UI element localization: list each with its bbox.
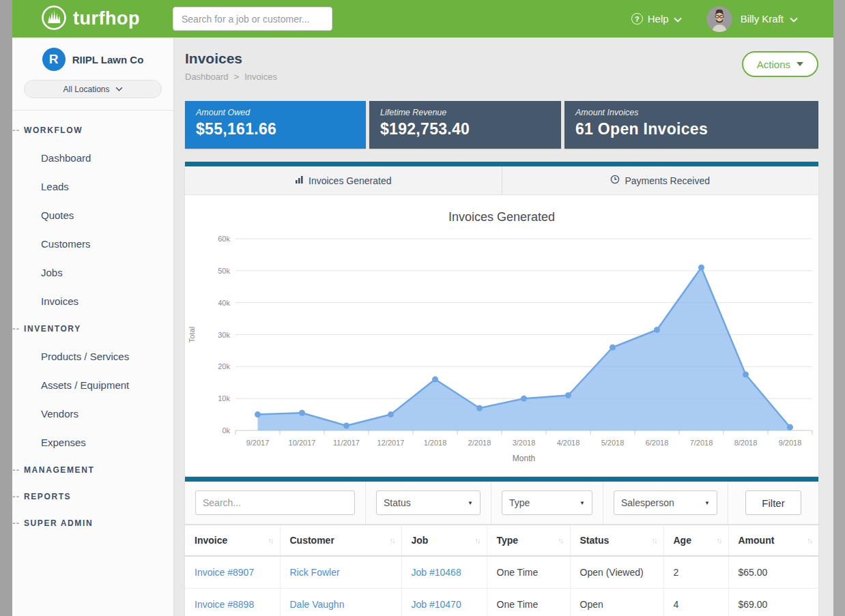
window-edge-right[interactable] <box>833 0 845 616</box>
column-label: Status <box>580 535 610 546</box>
sidebar-section-reports[interactable]: ---REPORTS <box>12 483 173 510</box>
sidebar-item-assets-equipment[interactable]: Assets / Equipment <box>12 370 173 399</box>
chart-point[interactable] <box>610 344 616 351</box>
sidebar-item-customers[interactable]: Customers <box>12 229 173 258</box>
chart-point[interactable] <box>255 411 261 417</box>
sidebar-item-invoices[interactable]: Invoices <box>12 287 173 315</box>
chart-point[interactable] <box>565 392 571 398</box>
type-select[interactable]: Type▼ <box>502 490 592 515</box>
sidebar-section-label: SUPER ADMIN <box>24 518 93 528</box>
chart-point[interactable] <box>654 327 660 333</box>
x-tick-label: 7/2018 <box>690 439 713 447</box>
column-header-age[interactable]: Age↑↓ <box>663 525 728 556</box>
column-header-customer[interactable]: Customer↑↓ <box>280 525 401 556</box>
user-avatar[interactable] <box>706 6 732 32</box>
clock-icon <box>610 175 620 186</box>
table-panel: Status▼ Type▼ Salesperson▼ Filter Invoic… <box>185 477 818 616</box>
tab-payments-received[interactable]: Payments Received <box>502 166 819 194</box>
sidebar-item-vendors[interactable]: Vendors <box>12 399 173 428</box>
brand-logo[interactable]: turfhop <box>41 5 140 33</box>
customer-link[interactable]: Dale Vaughn <box>290 599 345 610</box>
table-search-input[interactable] <box>195 490 355 515</box>
column-header-status[interactable]: Status↑↓ <box>570 525 663 556</box>
column-header-amount[interactable]: Amount↑↓ <box>728 525 818 556</box>
column-header-type[interactable]: Type↑↓ <box>487 525 570 556</box>
column-header-job[interactable]: Job↑↓ <box>401 525 487 556</box>
actions-button[interactable]: Actions <box>742 51 818 77</box>
stats-row: Amount Owed$55,161.66Lifetime Revenue$19… <box>185 101 818 149</box>
stat-card-lifetime-revenue: Lifetime Revenue$192,753.40 <box>369 101 561 149</box>
cell-type: One Time <box>487 556 570 589</box>
sidebar-item-jobs[interactable]: Jobs <box>12 258 173 287</box>
sort-icon[interactable]: ↑↓ <box>652 536 657 544</box>
sort-icon[interactable]: ↑↓ <box>717 536 721 544</box>
sidebar-item-expenses[interactable]: Expenses <box>12 428 173 456</box>
chart-point[interactable] <box>432 377 438 383</box>
stat-card-amount-invoices: Amount Invoices61 Open Invoices <box>564 101 818 149</box>
chart-point[interactable] <box>476 405 483 411</box>
customer-link[interactable]: Rick Fowler <box>290 567 340 578</box>
job-link[interactable]: Job #10468 <box>412 567 461 578</box>
cell-amount: $65.00 <box>728 556 818 589</box>
x-tick-label: 8/2018 <box>734 439 758 447</box>
caret-down-icon <box>797 62 803 66</box>
chart-point[interactable] <box>521 396 527 402</box>
sidebar-item-dashboard[interactable]: Dashboard <box>12 143 173 172</box>
tab-invoices-generated[interactable]: Invoices Generated <box>185 166 502 194</box>
sidebar-item-quotes[interactable]: Quotes <box>12 201 173 229</box>
global-search-input[interactable] <box>173 7 332 31</box>
help-label: Help <box>648 13 669 25</box>
x-tick-label: 5/2018 <box>601 439 625 447</box>
grass-circle-icon <box>41 5 67 33</box>
chart-point[interactable] <box>743 372 749 378</box>
location-selector-label: All Locations <box>63 85 109 94</box>
filter-row: Status▼ Type▼ Salesperson▼ Filter <box>185 482 818 525</box>
breadcrumb: Dashboard > Invoices <box>185 72 277 82</box>
column-label: Amount <box>739 535 775 546</box>
filter-status-cell: Status▼ <box>366 482 491 524</box>
chart-point[interactable] <box>698 265 704 271</box>
sidebar-section-super-admin[interactable]: ---SUPER ADMIN <box>12 510 173 536</box>
sort-icon[interactable]: ↑↓ <box>807 536 812 544</box>
sort-icon[interactable]: ↑↓ <box>475 536 480 544</box>
x-tick-label: 11/2017 <box>333 439 360 447</box>
filter-button-cell: Filter <box>728 482 818 524</box>
user-menu[interactable]: Billy Kraft <box>741 13 798 25</box>
chart-panel: Invoices GeneratedPayments Received Invo… <box>185 162 818 476</box>
breadcrumb-invoices[interactable]: Invoices <box>244 72 277 82</box>
column-header-invoice[interactable]: Invoice↑↓ <box>185 525 280 556</box>
cell-age: 2 <box>663 556 728 589</box>
sort-icon[interactable]: ↑↓ <box>390 536 395 544</box>
y-tick-label: 30k <box>218 331 230 339</box>
sort-icon[interactable]: ↑↓ <box>558 536 563 544</box>
chart-point[interactable] <box>388 411 394 417</box>
x-tick-label: 9/2018 <box>779 439 802 447</box>
sidebar-nav: ---WORKFLOWDashboardLeadsQuotesCustomers… <box>12 111 173 536</box>
chart-point[interactable] <box>787 424 793 430</box>
salesperson-select[interactable]: Salesperson▼ <box>614 490 717 515</box>
sidebar-section-inventory[interactable]: ---INVENTORY <box>12 315 173 342</box>
sidebar-item-leads[interactable]: Leads <box>12 172 173 201</box>
invoice-link[interactable]: Invoice #8907 <box>195 567 254 578</box>
job-link[interactable]: Job #10470 <box>412 599 461 610</box>
column-label: Age <box>674 535 691 546</box>
sidebar-section-workflow[interactable]: ---WORKFLOW <box>12 117 173 143</box>
status-select[interactable]: Status▼ <box>376 490 481 515</box>
invoice-link[interactable]: Invoice #8898 <box>195 599 254 610</box>
chart-area-fill <box>258 267 790 430</box>
sidebar-section-label: INVENTORY <box>24 324 81 334</box>
sidebar-section-management[interactable]: ---MANAGEMENT <box>12 456 173 483</box>
stat-value: $55,161.66 <box>196 120 355 138</box>
top-navbar: turfhop ? Help Billy Kraft <box>12 0 833 38</box>
location-selector[interactable]: All Locations <box>24 80 162 98</box>
filter-button[interactable]: Filter <box>745 490 801 515</box>
chart-point[interactable] <box>299 410 305 416</box>
y-tick-label: 10k <box>218 394 230 402</box>
question-circle-icon: ? <box>631 13 643 25</box>
y-axis-title: Total <box>188 327 196 342</box>
sidebar-item-products-services[interactable]: Products / Services <box>12 342 173 370</box>
sort-icon[interactable]: ↑↓ <box>268 536 273 544</box>
chart-point[interactable] <box>343 422 349 428</box>
breadcrumb-dashboard[interactable]: Dashboard <box>185 72 229 82</box>
help-menu[interactable]: ? Help <box>631 13 682 25</box>
